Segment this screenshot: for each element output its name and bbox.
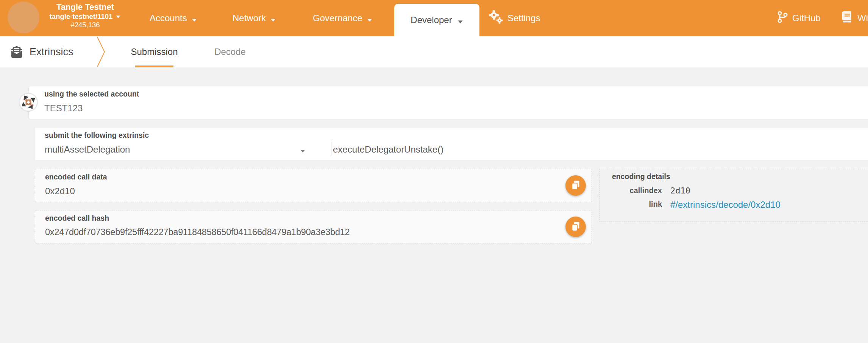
menu-label: Developer	[411, 15, 452, 25]
copy-call-data-button[interactable]	[565, 175, 586, 196]
network-logo[interactable]	[8, 2, 39, 33]
menu-network[interactable]: Network	[233, 0, 276, 36]
copy-icon	[571, 221, 581, 233]
menu-label: Governance	[313, 13, 362, 23]
call-hash-value: 0x247d0df70736eb9f25fff42227ba9118485865…	[45, 227, 350, 237]
top-nav-bar: Tangle Testnet tangle-testnet/1101 #245,…	[0, 0, 868, 36]
wiki-link[interactable]: Wiki	[841, 0, 868, 36]
extrinsic-select-box	[35, 127, 868, 161]
callindex-key: callindex	[600, 186, 662, 195]
book-icon	[841, 11, 853, 26]
encoding-details-panel: encoding details callindex 2d10 link #/e…	[599, 169, 868, 222]
menu-label: Accounts	[150, 13, 187, 23]
tab-label: Decode	[214, 47, 246, 57]
menu-settings[interactable]: Settings	[489, 0, 540, 36]
encoded-call-data-box: encoded call data 0x2d10	[35, 169, 592, 202]
chevron-down-icon[interactable]	[300, 148, 305, 154]
call-data-label: encoded call data	[45, 173, 107, 181]
call-hash-label: encoded call hash	[45, 214, 109, 223]
git-branch-icon	[777, 11, 788, 26]
account-identicon[interactable]	[19, 93, 37, 111]
github-link[interactable]: GitHub	[777, 0, 821, 36]
copy-icon	[571, 180, 581, 192]
pallet-dropdown[interactable]: multiAssetDelegation	[45, 144, 130, 155]
menu-accounts[interactable]: Accounts	[150, 0, 197, 36]
menu-developer[interactable]: Developer	[394, 4, 479, 36]
network-selector[interactable]: Tangle Testnet tangle-testnet/1101 #245,…	[38, 2, 133, 30]
link-label: GitHub	[792, 13, 821, 23]
selected-account-box[interactable]	[28, 86, 868, 119]
chevron-down-icon	[192, 12, 197, 24]
account-section-label: using the selected account	[44, 90, 139, 98]
call-data-value: 0x2d10	[45, 186, 75, 196]
menu-label: Network	[233, 13, 266, 23]
tab-decode[interactable]: Decode	[210, 36, 250, 67]
extrinsics-page: Tangle Testnet tangle-testnet/1101 #245,…	[0, 0, 868, 343]
envelope-open-text-icon	[10, 45, 23, 60]
encoded-call-hash-box: encoded call hash 0x247d0df70736eb9f25ff…	[35, 210, 592, 243]
gears-icon	[489, 10, 503, 26]
encoding-details-label: encoding details	[612, 172, 670, 181]
tab-submission[interactable]: Submission	[131, 36, 178, 67]
network-spec: tangle-testnet/1101	[50, 12, 113, 21]
tab-label: Submission	[131, 47, 178, 57]
decode-link[interactable]: #/extrinsics/decode/0x2d10	[670, 200, 781, 210]
network-name: Tangle Testnet	[38, 2, 133, 12]
chevron-down-icon	[270, 12, 276, 24]
link-key: link	[600, 200, 662, 209]
angled-divider	[94, 36, 107, 69]
selected-account-name: TEST123	[44, 103, 83, 114]
section-title: Extrinsics	[30, 36, 73, 67]
chevron-down-icon	[116, 13, 121, 20]
menu-governance[interactable]: Governance	[313, 0, 372, 36]
extrinsic-section-label: submit the following extrinsic	[45, 131, 149, 140]
callindex-value: 2d10	[670, 186, 690, 195]
method-dropdown[interactable]: executeDelegatorUnstake()	[333, 144, 443, 155]
menu-label: Settings	[507, 13, 540, 23]
chevron-down-icon	[367, 12, 372, 24]
copy-call-hash-button[interactable]	[565, 217, 586, 237]
section-tab-bar: Extrinsics Submission Decode	[0, 36, 868, 67]
best-block-number: #245,136	[38, 21, 133, 30]
main-content: using the selected account TEST123 submi…	[0, 67, 868, 343]
link-label: Wiki	[857, 13, 868, 23]
chevron-down-icon	[457, 14, 463, 26]
text-cursor	[331, 142, 331, 156]
